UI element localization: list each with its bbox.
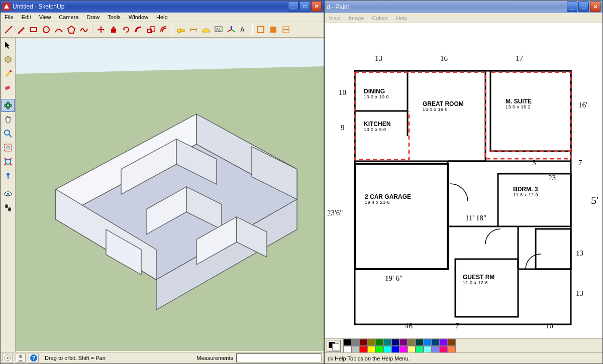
walk-tool-icon[interactable] <box>2 201 15 214</box>
paint-menu-view[interactable]: View <box>325 14 345 22</box>
palette-swatch[interactable] <box>399 346 408 353</box>
protractor-tool-icon[interactable] <box>200 24 212 36</box>
polygon-tool-icon[interactable] <box>65 24 77 36</box>
help-icon[interactable]: ? <box>29 353 39 363</box>
dim-a16: 10 <box>546 322 553 330</box>
measurements-input[interactable] <box>236 353 322 362</box>
circle-tool-icon[interactable] <box>40 24 52 36</box>
svg-rect-60 <box>355 71 485 161</box>
freehand-tool-icon[interactable] <box>78 24 90 36</box>
section-display-icon[interactable] <box>267 24 279 36</box>
sketchup-side-toolbar <box>1 38 16 352</box>
menu-draw[interactable]: Draw <box>82 13 104 21</box>
palette-swatch[interactable] <box>448 346 456 353</box>
dimension-tool-icon[interactable] <box>187 24 199 36</box>
component-tool-icon[interactable] <box>2 53 15 66</box>
palette-swatch[interactable] <box>416 346 424 353</box>
menu-tools[interactable]: Tools <box>104 13 125 21</box>
maximize-button[interactable]: □ <box>299 1 310 12</box>
paint-tool-icon[interactable] <box>2 67 15 80</box>
pan-tool-icon[interactable] <box>2 113 15 126</box>
select-tool-icon[interactable] <box>2 39 15 52</box>
palette-swatch[interactable] <box>424 339 432 346</box>
palette-swatch[interactable] <box>391 339 399 346</box>
paint-menu-image[interactable]: Image <box>345 14 368 22</box>
dim-a1: 13 <box>375 54 382 63</box>
paint-minimize-button[interactable]: _ <box>567 2 577 12</box>
look-around-icon[interactable] <box>2 187 15 200</box>
move-tool-icon[interactable] <box>95 24 107 36</box>
palette-swatch[interactable] <box>432 346 440 353</box>
paint-maximize-button[interactable]: □ <box>578 2 589 12</box>
zoom-extents-icon[interactable] <box>2 155 15 168</box>
axes-tool-icon[interactable] <box>225 24 237 36</box>
sketchup-toolbar-top: A1 A <box>1 22 324 38</box>
pencil-tool-icon[interactable] <box>15 24 27 36</box>
eraser-tool-icon[interactable] <box>2 81 15 94</box>
tape-tool-icon[interactable] <box>175 24 187 36</box>
paint-fg-bg-swatch[interactable] <box>327 340 341 352</box>
svg-point-55 <box>19 355 22 358</box>
palette-swatch[interactable] <box>408 346 416 353</box>
palette-swatch[interactable] <box>408 339 416 346</box>
palette-swatch[interactable] <box>440 346 448 353</box>
menu-file[interactable]: File <box>1 13 18 21</box>
sketchup-viewport[interactable] <box>16 38 324 352</box>
palette-swatch[interactable] <box>343 339 351 346</box>
palette-swatch[interactable] <box>383 346 391 353</box>
svg-rect-9 <box>180 30 184 32</box>
paint-close-button[interactable]: ✕ <box>590 2 600 12</box>
menu-view[interactable]: View <box>35 13 55 21</box>
palette-swatch[interactable] <box>367 339 375 346</box>
3dtext-tool-icon[interactable]: A <box>238 24 250 36</box>
palette-swatch[interactable] <box>359 346 367 353</box>
close-button[interactable]: ✕ <box>311 1 322 12</box>
paint-menu-colors[interactable]: Colors <box>368 14 392 22</box>
orbit-tool-icon[interactable] <box>2 99 15 112</box>
palette-swatch[interactable] <box>359 339 367 346</box>
palette-swatch[interactable] <box>375 346 383 353</box>
section-cut-icon[interactable] <box>280 24 292 36</box>
sketchup-titlebar[interactable]: Untitled - SketchUp _ □ ✕ <box>1 1 324 13</box>
rectangle-tool-icon[interactable] <box>28 24 40 36</box>
rotate-tool-icon[interactable] <box>120 24 132 36</box>
palette-swatch[interactable] <box>383 339 391 346</box>
palette-swatch[interactable] <box>391 346 399 353</box>
room-great-room: GREAT ROOM 16·0 x 19·0 <box>423 101 464 112</box>
offset-tool-icon[interactable] <box>158 24 170 36</box>
palette-swatch[interactable] <box>416 339 424 346</box>
line-tool-icon[interactable] <box>3 24 15 36</box>
menu-help[interactable]: Help <box>152 13 172 21</box>
palette-swatch[interactable] <box>351 346 359 353</box>
palette-swatch[interactable] <box>399 339 408 346</box>
section-tool-icon[interactable] <box>255 24 267 36</box>
palette-swatch[interactable] <box>440 339 448 346</box>
text-tool-icon[interactable]: A1 <box>213 24 225 36</box>
palette-swatch[interactable] <box>448 339 456 346</box>
palette-swatch[interactable] <box>375 339 383 346</box>
svg-point-27 <box>5 130 10 135</box>
paint-menu-help[interactable]: Help <box>392 14 412 22</box>
paint-title-text: d - Paint <box>327 4 349 11</box>
pushpull-tool-icon[interactable] <box>108 24 120 36</box>
svg-rect-24 <box>5 85 11 90</box>
followme-tool-icon[interactable] <box>133 24 145 36</box>
menu-camera[interactable]: Camera <box>55 13 82 21</box>
geo-location-icon[interactable] <box>3 353 13 363</box>
minimize-button[interactable]: _ <box>288 1 298 12</box>
menu-edit[interactable]: Edit <box>18 13 35 21</box>
paint-titlebar[interactable]: d - Paint _ □ ✕ <box>325 1 602 13</box>
menu-window[interactable]: Window <box>125 13 152 21</box>
zoom-window-icon[interactable] <box>2 141 15 154</box>
palette-swatch[interactable] <box>424 346 432 353</box>
position-camera-icon[interactable] <box>2 169 15 182</box>
palette-swatch[interactable] <box>343 346 351 353</box>
zoom-tool-icon[interactable] <box>2 127 15 140</box>
palette-swatch[interactable] <box>351 339 359 346</box>
palette-swatch[interactable] <box>367 346 375 353</box>
paint-canvas[interactable]: DINING 13·0 x 10·0 KITCHEN 13·0 x 9·0 GR… <box>325 23 602 338</box>
arc-tool-icon[interactable] <box>53 24 65 36</box>
credits-icon[interactable] <box>16 353 26 363</box>
scale-tool-icon[interactable] <box>145 24 157 36</box>
palette-swatch[interactable] <box>432 339 440 346</box>
